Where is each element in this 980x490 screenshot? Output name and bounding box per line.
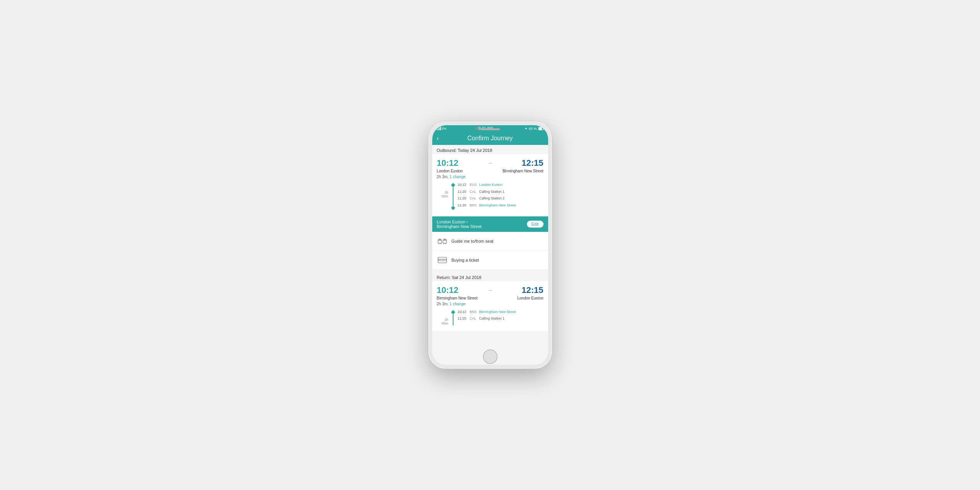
- outbound-stops-list: 10:12 EUS London Euston 11:20 CAL Callin…: [458, 183, 544, 210]
- signal-bars-icon: [437, 127, 441, 130]
- phone-screen: PA 9:41 AM ✦ 60 % ‹ Confirm Journey Outb…: [432, 125, 548, 365]
- outbound-change-link[interactable]: 1 change: [450, 175, 465, 179]
- outbound-arrive-station: Birmingham New Street: [503, 169, 544, 173]
- return-route-start: [451, 310, 455, 314]
- return-journey-card: 10:12 → 12:15 Birmingham New Street Lond…: [432, 281, 548, 331]
- seat-icon: [437, 236, 448, 247]
- battery-icon: [538, 127, 544, 130]
- edit-button[interactable]: Edit: [527, 221, 544, 228]
- outbound-stations-row: London Euston Birmingham New Street: [437, 169, 544, 173]
- options-route-line1: London Euston ›: [437, 219, 482, 224]
- return-segment-duration: 1h 05m: [437, 310, 448, 325]
- options-route-line2: Birmingham New Street: [437, 224, 482, 229]
- outbound-arrive-time: 12:15: [521, 158, 543, 168]
- outbound-section-label: Outbound: Today 24 Jul 2018: [432, 145, 548, 154]
- route-start-diamond: [451, 183, 455, 187]
- return-stop-0: 10:12 BNS Birmingham New Street: [458, 310, 544, 315]
- return-duration-change: 2h 3m, 1 change: [437, 302, 544, 306]
- route-end-diamond: [451, 206, 455, 210]
- carrier-label: PA: [442, 127, 447, 131]
- outbound-stop-1: 11:20 CAL Calling Station 1: [458, 190, 544, 194]
- content-scroll[interactable]: Outbound: Today 24 Jul 2018 10:12 → 12:1…: [432, 145, 548, 365]
- ticket-icon: TICKET: [437, 255, 448, 265]
- outbound-duration-change: 2h 3m, 1 change: [437, 175, 544, 179]
- outbound-stop-3: 11:20 BNS Birmingham New Street: [458, 203, 544, 208]
- phone-device: PA 9:41 AM ✦ 60 % ‹ Confirm Journey Outb…: [428, 121, 552, 369]
- outbound-stop-2: 11:20 CAL Calling Station 2: [458, 196, 544, 201]
- status-right: ✦ 60 %: [525, 127, 544, 131]
- outbound-duration: 2h 3m,: [437, 175, 450, 179]
- status-left: PA: [437, 127, 447, 131]
- outbound-times-row: 10:12 → 12:15: [437, 158, 544, 168]
- outbound-depart-station: London Euston: [437, 169, 463, 173]
- option-ticket-label: Buying a ticket: [452, 258, 479, 262]
- return-arrow-icon: →: [487, 287, 493, 293]
- outbound-segment-duration: 1h 05m: [437, 183, 448, 210]
- return-depart-time: 10:12: [437, 285, 459, 295]
- route-vertical-line: [453, 187, 453, 206]
- journey-arrow-icon: →: [487, 160, 493, 166]
- return-route-diagram: 1h 05m 10:12 BNS Birmingham New Street 1…: [437, 308, 544, 327]
- back-button[interactable]: ‹: [437, 135, 439, 142]
- return-vertical-line: [453, 315, 453, 325]
- return-section-label: Return: Sat 24 Jul 2018: [432, 272, 548, 281]
- outbound-route-diagram: 1h 05m 10:12 EUS London Euston 11: [437, 181, 544, 212]
- return-stations-row: Birmingham New Street London Euston: [437, 296, 544, 300]
- outbound-depart-time: 10:12: [437, 158, 459, 168]
- return-stops-list: 10:12 BNS Birmingham New Street 11:20 CA…: [458, 310, 544, 325]
- phone-speaker: [481, 128, 500, 130]
- outbound-route-line: [451, 183, 455, 210]
- option-seat-label: Guide me to/from seat: [452, 239, 494, 243]
- option-ticket[interactable]: TICKET Buying a ticket: [432, 251, 548, 270]
- return-route-line: [451, 310, 455, 325]
- return-times-row: 10:12 → 12:15: [437, 285, 544, 295]
- return-arrive-station: London Euston: [517, 296, 543, 300]
- phone-home-button[interactable]: [483, 349, 498, 364]
- bluetooth-icon: ✦: [525, 127, 528, 131]
- return-depart-station: Birmingham New Street: [437, 296, 478, 300]
- return-change-link[interactable]: 1 change: [450, 302, 465, 306]
- return-duration: 2h 3m,: [437, 302, 450, 306]
- page-title: Confirm Journey: [467, 135, 513, 142]
- outbound-journey-card: 10:12 → 12:15 London Euston Birmingham N…: [432, 154, 548, 216]
- nav-bar: ‹ Confirm Journey: [432, 132, 548, 145]
- options-route-label: London Euston › Birmingham New Street: [437, 219, 482, 229]
- options-header: London Euston › Birmingham New Street Ed…: [432, 216, 548, 232]
- svg-text:TICKET: TICKET: [438, 259, 447, 262]
- option-seat[interactable]: Guide me to/from seat: [432, 232, 548, 251]
- return-arrive-time: 12:15: [521, 285, 543, 295]
- outbound-stop-0: 10:12 EUS London Euston: [458, 183, 544, 187]
- battery-label: 60 %: [529, 127, 537, 131]
- phone-camera: [476, 127, 479, 130]
- return-stop-1: 11:20 CAL Calling Station 1: [458, 316, 544, 321]
